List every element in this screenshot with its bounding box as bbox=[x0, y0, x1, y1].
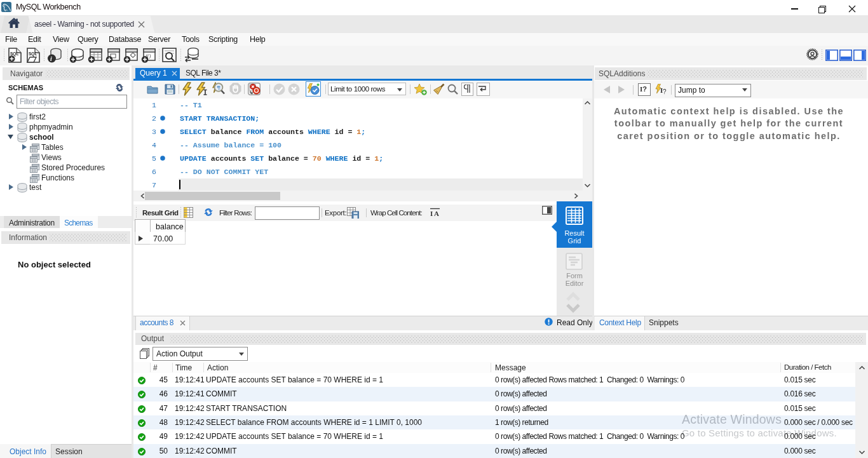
svg-text:?: ? bbox=[663, 88, 667, 95]
svg-text:A: A bbox=[434, 210, 439, 217]
svg-text:i: i bbox=[50, 55, 52, 62]
svg-text:SQL: SQL bbox=[29, 51, 37, 57]
svg-text:I: I bbox=[430, 210, 433, 217]
